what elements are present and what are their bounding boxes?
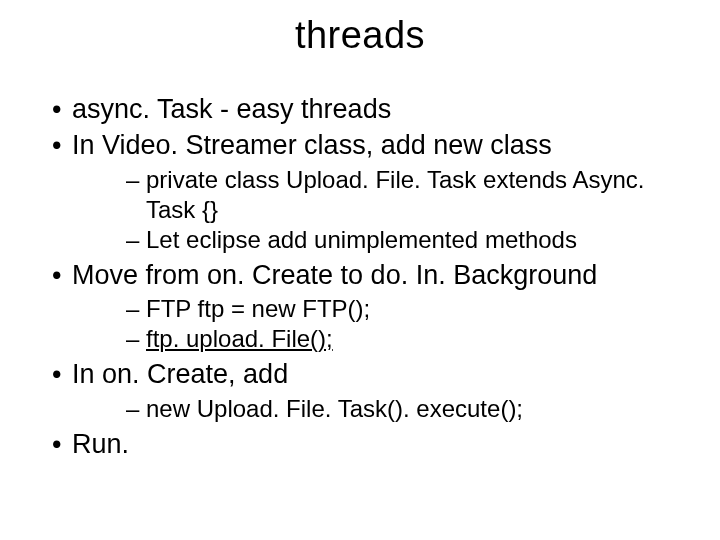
list-item: In Video. Streamer class, add new class …: [30, 129, 690, 255]
sub-bullet-list: new Upload. File. Task(). execute();: [72, 394, 690, 424]
bullet-text: new Upload. File. Task(). execute();: [146, 395, 523, 422]
list-item: FTP ftp = new FTP();: [72, 294, 690, 324]
sub-bullet-list: private class Upload. File. Task extends…: [72, 165, 690, 255]
list-item: Move from on. Create to do. In. Backgrou…: [30, 259, 690, 355]
list-item: async. Task - easy threads: [30, 93, 690, 127]
bullet-text: In on. Create, add: [72, 359, 288, 389]
bullet-text: FTP ftp = new FTP();: [146, 295, 370, 322]
bullet-text: private class Upload. File. Task extends…: [146, 166, 644, 223]
list-item: Let eclipse add unimplemented methods: [72, 225, 690, 255]
slide-title: threads: [30, 14, 690, 57]
bullet-text: Let eclipse add unimplemented methods: [146, 226, 577, 253]
bullet-text-underlined: ftp. upload. File();: [146, 325, 333, 352]
bullet-text: In Video. Streamer class, add new class: [72, 130, 552, 160]
list-item: Run.: [30, 428, 690, 462]
sub-bullet-list: FTP ftp = new FTP(); ftp. upload. File()…: [72, 294, 690, 354]
bullet-text: async. Task - easy threads: [72, 94, 391, 124]
bullet-text: Move from on. Create to do. In. Backgrou…: [72, 260, 597, 290]
slide: threads async. Task - easy threads In Vi…: [0, 0, 720, 540]
bullet-text: Run.: [72, 429, 129, 459]
list-item: private class Upload. File. Task extends…: [72, 165, 690, 225]
bullet-list: async. Task - easy threads In Video. Str…: [30, 93, 690, 462]
list-item: new Upload. File. Task(). execute();: [72, 394, 690, 424]
list-item: ftp. upload. File();: [72, 324, 690, 354]
list-item: In on. Create, add new Upload. File. Tas…: [30, 358, 690, 424]
